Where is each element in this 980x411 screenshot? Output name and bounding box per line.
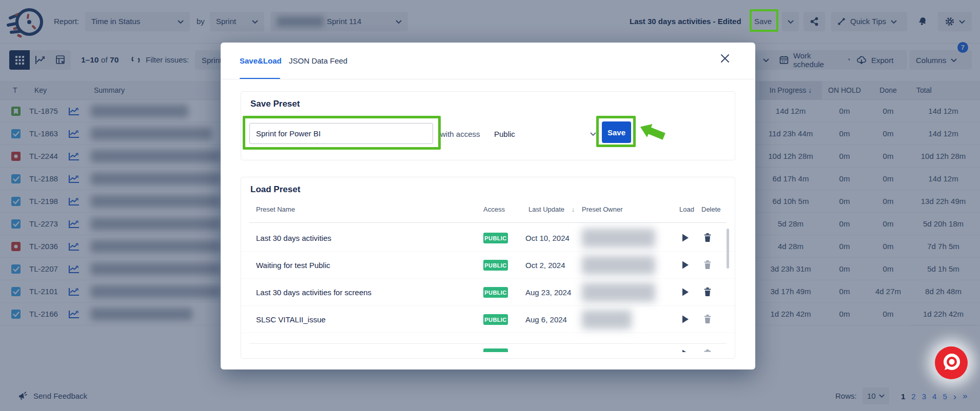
preset-row: Waiting for test Public PUBLIC Oct 2, 20… <box>241 252 735 279</box>
load-preset-play-button[interactable] <box>681 260 690 272</box>
delete-preset-button[interactable] <box>703 260 712 272</box>
load-preset-play-button[interactable] <box>681 349 690 352</box>
preset-last-update: Aug 6, 2024 <box>525 306 567 333</box>
preset-last-update: Oct 10, 2024 <box>525 224 570 252</box>
preset-name: Waiting for test Public <box>256 252 330 279</box>
close-dialog-button[interactable] <box>719 53 731 66</box>
preset-name: Last 30 days activities for screens <box>256 279 371 306</box>
target-bubble-icon <box>939 351 963 375</box>
save-preset-button[interactable]: Save <box>602 121 631 143</box>
delete-preset-button[interactable] <box>703 349 712 352</box>
tabs-divider <box>221 79 755 79</box>
app-root: Report: Time in Status by Sprint Sprint … <box>0 0 980 411</box>
status-badge: PUBLIC <box>483 348 508 352</box>
sort-desc-icon: ↓ <box>572 206 575 213</box>
preset-name: SLSC VITALII_issue <box>256 306 326 333</box>
preset-row: Last 30 days activities for screens PUBL… <box>241 279 735 306</box>
preset-row: Last 30 days activities PUBLIC Oct 10, 2… <box>241 224 735 252</box>
preset-name: Last 30 days activities <box>256 224 331 252</box>
partial-next-row: PUBLIC <box>241 346 735 352</box>
col-load: Load <box>679 206 694 213</box>
preset-owner-blurred <box>582 283 655 302</box>
delete-preset-button[interactable] <box>703 314 712 326</box>
support-widget-button[interactable] <box>935 346 968 379</box>
col-preset-name: Preset Name <box>256 206 295 213</box>
close-icon <box>719 53 731 64</box>
tab-json-data-feed[interactable]: JSON Data Feed <box>289 56 347 65</box>
col-last-update[interactable]: Last Update ↓ <box>528 206 575 213</box>
with-access-label: with access <box>440 124 480 145</box>
save-preset-title: Save Preset <box>250 99 300 109</box>
load-preset-play-button[interactable] <box>681 233 690 244</box>
load-preset-card: Load Preset Preset Name Access Last Upda… <box>241 177 735 359</box>
load-preset-play-button[interactable] <box>681 287 690 299</box>
save-load-dialog: Save&Load JSON Data Feed Save Preset wit… <box>221 43 755 369</box>
status-badge: PUBLIC <box>483 260 508 271</box>
load-preset-title: Load Preset <box>250 184 300 195</box>
preset-header-divider <box>249 222 727 223</box>
preset-owner-blurred <box>582 256 655 275</box>
chevron-down-icon <box>590 132 596 136</box>
save-preset-card: Save Preset with access Public Save <box>241 91 735 160</box>
tab-save-load[interactable]: Save&Load <box>240 56 282 65</box>
preset-list-scrollbar[interactable] <box>727 229 729 269</box>
col-preset-owner: Preset Owner <box>582 206 622 213</box>
preset-row: SLSC VITALII_issue PUBLIC Aug 6, 2024 <box>241 306 735 333</box>
preset-last-update: Aug 23, 2024 <box>525 279 571 306</box>
status-badge: PUBLIC <box>483 314 508 325</box>
delete-preset-button[interactable] <box>703 233 712 244</box>
col-delete: Delete <box>701 206 721 213</box>
status-badge: PUBLIC <box>483 287 508 298</box>
col-access: Access <box>483 206 505 213</box>
access-value: Public <box>494 124 515 145</box>
preset-owner-blurred <box>582 229 655 248</box>
access-dropdown[interactable]: Public <box>487 124 596 145</box>
preset-last-update: Oct 2, 2024 <box>525 252 565 279</box>
last-update-label: Last Update <box>528 206 564 213</box>
load-preset-play-button[interactable] <box>681 315 690 326</box>
preset-owner-blurred <box>582 310 632 329</box>
delete-preset-button[interactable] <box>703 287 712 299</box>
status-badge: PUBLIC <box>483 233 508 243</box>
preset-name-input[interactable] <box>249 123 433 144</box>
partial-row-divider <box>249 343 727 344</box>
